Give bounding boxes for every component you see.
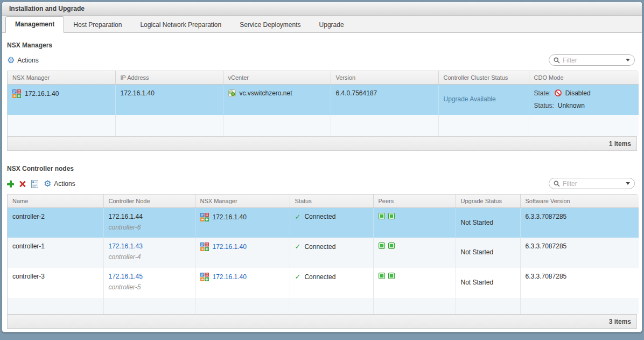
column-header[interactable]: CDO Mode [529, 71, 639, 84]
peer-status-icon [379, 213, 385, 219]
status-text: Connected [304, 243, 335, 251]
controller-nsx-manager[interactable]: 172.16.1.40 [213, 273, 247, 281]
manager-version: 6.4.0.7564187 [336, 89, 377, 97]
controller-node-alias: controller-6 [109, 224, 190, 231]
upgrade-status-text: Not Started [461, 219, 494, 226]
tab-label: Logical Network Preparation [140, 21, 221, 29]
cdo-status-label: Status: [534, 102, 554, 109]
upgrade-status-text: Not Started [461, 248, 494, 256]
controllers-grid-footer: 3 items [8, 314, 636, 328]
cdo-status-value: Unknown [558, 102, 585, 109]
nsx-manager-icon [200, 213, 209, 221]
column-header[interactable]: Controller Cluster Status [438, 71, 529, 84]
controller-nsx-manager[interactable]: 172.16.1.40 [213, 213, 247, 221]
nsx-managers-heading: NSX Managers [7, 41, 637, 49]
managers-filter-box[interactable] [549, 54, 635, 66]
managers-grid-footer: 1 items [8, 136, 636, 150]
window-titlebar: Installation and Upgrade [2, 2, 642, 16]
column-header[interactable]: Upgrade Status [456, 195, 520, 207]
managers-actions-button[interactable]: ⚙ Actions [7, 56, 39, 65]
notes-button[interactable] [31, 180, 38, 188]
nsx-controllers-grid: Name Controller Node NSX Manager Status … [7, 194, 637, 329]
tab-management[interactable]: Management [5, 16, 64, 33]
controller-name: controller-1 [12, 242, 45, 250]
nsx-manager-name[interactable]: 172.16.1.40 [25, 90, 59, 98]
controller-node-alias: controller-5 [109, 283, 190, 291]
cdo-state-value: Disabled [565, 89, 591, 97]
column-header[interactable]: vCenter [223, 71, 331, 84]
page-title: Installation and Upgrade [9, 5, 85, 12]
controller-node-ip[interactable]: 172.16.1.45 [109, 273, 190, 280]
x-icon [19, 181, 26, 187]
nsx-managers-grid: NSX Manager IP Address vCenter Version C… [7, 71, 637, 151]
controller-node-alias: controller-4 [109, 253, 190, 261]
tab-bar: Management Host Preparation Logical Netw… [2, 16, 642, 33]
status-text: Connected [304, 213, 335, 220]
check-icon: ✓ [295, 242, 301, 251]
check-icon: ✓ [295, 213, 301, 221]
cdo-state-label: State: [534, 89, 551, 97]
magnifier-icon [554, 57, 560, 64]
manager-ip: 172.16.1.40 [121, 89, 155, 97]
items-count: 3 items [609, 318, 631, 325]
add-controller-button[interactable] [7, 181, 14, 188]
controller-name: controller-3 [12, 273, 45, 280]
table-row[interactable]: 172.16.1.40 172.16.1.40 vc.vswitchzero.n… [8, 84, 639, 115]
controller-node-ip[interactable]: 172.16.1.43 [109, 242, 190, 250]
peer-status-icon [379, 242, 385, 249]
plus-icon [7, 181, 14, 188]
tab-label: Host Preparation [73, 21, 122, 29]
table-row[interactable]: controller-2 172.16.1.44 controller-6 [8, 207, 639, 238]
peer-status-icon [388, 242, 395, 249]
column-header[interactable]: NSX Manager [8, 71, 115, 84]
managers-header-row: NSX Manager IP Address vCenter Version C… [8, 71, 639, 84]
empty-grid-space [8, 298, 639, 314]
column-header[interactable]: IP Address [115, 71, 223, 84]
software-version-text: 6.3.3.7087285 [526, 273, 567, 280]
peer-status-icon [388, 273, 395, 279]
controller-nsx-manager[interactable]: 172.16.1.40 [213, 243, 247, 251]
software-version-text: 6.3.3.7087285 [526, 213, 567, 220]
column-header[interactable]: Name [8, 195, 103, 207]
column-header[interactable]: Peers [373, 195, 456, 207]
cluster-status-link[interactable]: Upgrade Available [444, 95, 496, 103]
chevron-down-icon[interactable] [626, 182, 630, 185]
controllers-actions-button[interactable]: ⚙ Actions [44, 179, 75, 188]
tab-host-preparation[interactable]: Host Preparation [64, 17, 131, 33]
items-count: 1 items [609, 140, 631, 148]
controllers-filter-box[interactable] [549, 178, 635, 189]
nsx-manager-icon [200, 242, 209, 251]
nsx-controllers-toolbar: ⚙ Actions [7, 178, 637, 190]
empty-grid-space [8, 115, 639, 136]
software-version-text: 6.3.3.7087285 [526, 242, 567, 250]
column-header[interactable]: NSX Manager [195, 195, 290, 207]
check-icon: ✓ [295, 273, 301, 281]
table-row[interactable]: controller-3 172.16.1.45 controller-5 [8, 268, 639, 298]
tab-service-deployments[interactable]: Service Deployments [230, 17, 310, 33]
gear-icon: ⚙ [7, 56, 15, 65]
delete-controller-button[interactable] [19, 181, 26, 187]
managers-filter-input[interactable] [563, 57, 623, 64]
tab-upgrade[interactable]: Upgrade [310, 17, 353, 33]
table-row[interactable]: controller-1 172.16.1.43 controller-4 [8, 238, 639, 268]
controllers-header-row: Name Controller Node NSX Manager Status … [8, 195, 639, 207]
controllers-filter-input[interactable] [563, 180, 623, 188]
column-header[interactable]: Software Version [520, 195, 639, 207]
nsx-manager-icon [200, 273, 209, 281]
list-icon [31, 180, 38, 188]
actions-label: Actions [17, 57, 38, 64]
column-header[interactable]: Status [290, 195, 373, 207]
vcenter-icon [228, 89, 236, 97]
column-header[interactable]: Controller Node [103, 195, 195, 207]
actions-label: Actions [54, 180, 75, 188]
peer-status-icon [379, 273, 385, 279]
chevron-down-icon[interactable] [626, 59, 630, 61]
controller-node-ip[interactable]: 172.16.1.44 [109, 213, 190, 220]
magnifier-icon [554, 181, 560, 187]
nsx-manager-icon [12, 89, 21, 98]
vcenter-name[interactable]: vc.vswitchzero.net [240, 89, 292, 97]
column-header[interactable]: Version [331, 71, 438, 84]
tab-label: Service Deployments [240, 21, 300, 29]
gear-icon: ⚙ [44, 179, 51, 188]
tab-logical-network-preparation[interactable]: Logical Network Preparation [131, 17, 230, 33]
